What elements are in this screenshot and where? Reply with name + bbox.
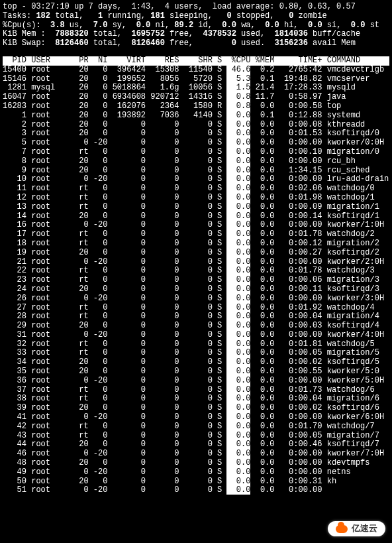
table-row[interactable]: 48 root 20 0 0 0 0 S 0.0 0.0 0:00.00 kde… [3, 459, 389, 468]
table-row[interactable]: 14 root 20 0 0 0 0 S 0.0 0.0 0:00.14 kso… [3, 212, 389, 221]
row-left: 50 root 20 0 0 0 0 S [3, 477, 226, 486]
row-right: 0.1 0:12.88 systemd [250, 111, 360, 120]
row-cpu: 0.0 [226, 357, 250, 367]
row-left: 43 root rt 0 0 0 0 S [3, 431, 226, 440]
row-cpu: 0.0 [226, 458, 250, 467]
table-row[interactable]: 32 root rt 0 0 0 0 S 0.0 0.0 0:01.81 wat… [3, 340, 389, 349]
table-row[interactable]: 31 root 0 -20 0 0 0 S 0.0 0.0 0:00.00 kw… [3, 331, 389, 340]
row-cpu: 0.0 [226, 339, 250, 349]
table-row[interactable]: 5 root 0 -20 0 0 0 S 0.0 0.0 0:00.00 kwo… [3, 139, 389, 148]
row-left: 16 root 0 -20 0 0 0 S [3, 220, 226, 229]
row-left: 19 root 20 0 0 0 0 S [3, 248, 226, 257]
table-row[interactable]: 36 root 0 -20 0 0 0 S 0.0 0.0 0:00.00 kw… [3, 377, 389, 386]
table-row[interactable]: 21 root 0 -20 0 0 0 S 0.0 0.0 0:00.00 kw… [3, 258, 389, 267]
row-cpu: 0.0 [226, 376, 250, 385]
row-left: 33 root rt 0 0 0 0 S [3, 348, 226, 357]
row-left: 35 root 20 0 0 0 0 S [3, 367, 226, 376]
table-row[interactable]: 13 root rt 0 0 0 0 S 0.0 0.0 0:00.09 mig… [3, 203, 389, 212]
row-left: 17 root rt 0 0 0 0 S [3, 229, 226, 239]
table-row[interactable]: 1 root 20 0 193892 7036 4140 S 0.0 0.1 0… [3, 111, 389, 121]
row-right: 0.0 0:00.02 ksoftirqd/6 [250, 403, 379, 412]
table-row[interactable]: 15400 root 20 0 396424 15308 11540 S 46.… [3, 66, 389, 75]
table-row[interactable]: 15146 root 20 0 199652 8056 5720 S 5.3 0… [3, 75, 389, 84]
table-row[interactable]: 41 root 0 -20 0 0 0 S 0.0 0.0 0:00.00 kw… [3, 413, 389, 422]
table-row[interactable]: 16283 root 20 0 162076 2364 1580 R 0.8 0… [3, 102, 389, 111]
row-cpu: 0.0 [226, 174, 250, 184]
row-left: 32 root rt 0 0 0 0 S [3, 339, 226, 349]
table-row[interactable]: 16047 root 20 0 6934608 920712 14316 S 0… [3, 93, 389, 102]
row-cpu: 0.0 [226, 248, 250, 257]
table-row[interactable]: 39 root 20 0 0 0 0 S 0.0 0.0 0:00.02 kso… [3, 404, 389, 413]
cloud-icon [336, 525, 348, 533]
row-right: 0.0 0:00.00 kworker/2:0H [250, 257, 384, 267]
row-right: 0.0 0:00.27 ksoftirqd/2 [250, 248, 379, 257]
table-row[interactable]: 17 root rt 0 0 0 0 S 0.0 0.0 0:01.78 wat… [3, 230, 389, 239]
row-cpu: 0.0 [226, 166, 250, 175]
table-row[interactable]: 22 root rt 0 0 0 0 S 0.0 0.0 0:01.78 wat… [3, 267, 389, 276]
row-cpu: 0.0 [226, 147, 250, 156]
table-row[interactable]: 12 root rt 0 0 0 0 S 0.0 0.0 0:01.98 wat… [3, 194, 389, 203]
row-cpu: 0.0 [226, 440, 250, 449]
table-row[interactable]: 46 root 0 -20 0 0 0 S 0.0 0.0 0:00.00 kw… [3, 450, 389, 459]
row-cpu: 0.0 [226, 467, 250, 477]
row-right: 0.0 0:00.00 kdevtmpfs [250, 458, 369, 467]
row-cpu: 0.0 [226, 239, 250, 248]
row-left: 26 root 0 -20 0 0 0 S [3, 294, 226, 303]
row-left: 22 root rt 0 0 0 0 S [3, 266, 226, 275]
table-row[interactable]: 23 root rt 0 0 0 0 S 0.0 0.0 0:00.06 mig… [3, 276, 389, 285]
table-row[interactable]: 29 root 20 0 0 0 0 S 0.0 0.0 0:00.03 kso… [3, 322, 389, 331]
row-left: 31 root 0 -20 0 0 0 S [3, 330, 226, 339]
table-row[interactable]: 8 root 20 0 0 0 0 S 0.0 0.0 0:00.00 rcu_… [3, 157, 389, 166]
table-row[interactable]: 33 root rt 0 0 0 0 S 0.0 0.0 0:00.05 mig… [3, 349, 389, 358]
table-row[interactable]: 3 root 20 0 0 0 0 S 0.0 0.0 0:01.53 ksof… [3, 129, 389, 139]
table-row[interactable]: 50 root 20 0 0 0 0 S 0.0 0.0 0:00.31 kh [3, 477, 389, 487]
table-row[interactable]: 44 root 20 0 0 0 0 S 0.0 0.0 0:00.46 kso… [3, 440, 389, 450]
row-left: 16047 root 20 0 6934608 920712 14316 S [3, 92, 226, 101]
table-row[interactable]: 10 root 0 -20 0 0 0 S 0.0 0.0 0:00.00 lr… [3, 175, 389, 184]
table-row[interactable]: 26 root 0 -20 0 0 0 S 0.0 0.0 0:00.00 kw… [3, 294, 389, 304]
row-cpu: 0.0 [226, 229, 250, 239]
row-left: 28 root rt 0 0 0 0 S [3, 312, 226, 321]
row-right: 21.4 17:28.33 mysqld [250, 83, 355, 92]
row-cpu: 0.0 [226, 184, 250, 193]
process-table-header[interactable]: PID USER PR NI VIRT RES SHR S %CPU %MEM … [3, 56, 389, 66]
row-left: 48 root 20 0 0 0 0 S [3, 458, 226, 467]
table-row[interactable]: 2 root 20 0 0 0 0 S 0.0 0.0 0:00.08 kthr… [3, 121, 389, 130]
summary-tasks: Tasks: 182 total, 1 running, 181 sleepin… [3, 12, 389, 21]
table-row[interactable]: 19 root 20 0 0 0 0 S 0.0 0.0 0:00.27 kso… [3, 249, 389, 258]
table-row[interactable]: 1281 mysql 20 0 5018864 1.6g 10056 S 1.5… [3, 84, 389, 93]
table-row[interactable]: 11 root rt 0 0 0 0 S 0.0 0.0 0:02.06 wat… [3, 184, 389, 194]
table-row[interactable]: 9 root 20 0 0 0 0 S 0.0 0.0 1:34.15 rcu_… [3, 166, 389, 176]
table-row[interactable]: 38 root rt 0 0 0 0 S 0.0 0.0 0:00.04 mig… [3, 394, 389, 404]
table-row[interactable]: 42 root rt 0 0 0 0 S 0.0 0.0 0:01.70 wat… [3, 422, 389, 432]
row-left: 9 root 20 0 0 0 0 S [3, 166, 226, 175]
table-row[interactable]: 34 root 20 0 0 0 0 S 0.0 0.0 0:00.02 kso… [3, 358, 389, 367]
table-row[interactable]: 49 root 0 -20 0 0 0 S 0.0 0.0 0:00.00 ne… [3, 468, 389, 477]
row-right: 0.0 0:01.78 watchdog/3 [250, 266, 374, 275]
row-left: 23 root rt 0 0 0 0 S [3, 275, 226, 284]
summary-uptime: top - 03:27:10 up 7 days, 1:43, 4 users,… [3, 3, 389, 12]
row-cpu: 0.0 [226, 202, 250, 211]
table-row[interactable]: 24 root 20 0 0 0 0 S 0.0 0.0 0:00.11 kso… [3, 285, 389, 294]
row-cpu: 46.6 [226, 65, 250, 74]
row-cpu: 0.0 [226, 422, 250, 431]
row-cpu: 0.0 [226, 220, 250, 229]
row-right: 0.0 0:00.00 lru-add-drain [250, 174, 389, 184]
row-cpu: 0.0 [226, 111, 250, 120]
row-cpu: 0.0 [226, 266, 250, 275]
row-cpu: 0.0 [226, 120, 250, 129]
table-row[interactable]: 27 root rt 0 0 0 0 S 0.0 0.0 0:01.92 wat… [3, 304, 389, 313]
row-cpu: 0.0 [226, 138, 250, 147]
row-right: 0.0 0:00.00 kworker/5:0H [250, 376, 384, 385]
table-row[interactable]: 35 root 20 0 0 0 0 S 0.0 0.0 0:00.55 kwo… [3, 367, 389, 377]
table-row[interactable]: 28 root rt 0 0 0 0 S 0.0 0.0 0:00.04 mig… [3, 312, 389, 322]
table-row[interactable]: 51 root 0 -20 0 0 0 S 0.0 0.0 0:00.00 [3, 486, 389, 495]
table-row[interactable]: 16 root 0 -20 0 0 0 S 0.0 0.0 0:00.00 kw… [3, 221, 389, 230]
table-row[interactable]: 7 root rt 0 0 0 0 S 0.0 0.0 0:00.10 migr… [3, 148, 389, 157]
table-row[interactable]: 18 root rt 0 0 0 0 S 0.0 0.0 0:00.12 mig… [3, 239, 389, 249]
row-right: 0.0 0:01.81 watchdog/5 [250, 339, 374, 349]
row-right: 0.0 0:00.00 rcu_bh [250, 156, 355, 166]
table-row[interactable]: 43 root rt 0 0 0 0 S 0.0 0.0 0:00.05 mig… [3, 432, 389, 441]
row-right: 0.0 0:00.10 migration/0 [250, 147, 379, 156]
table-row[interactable]: 37 root rt 0 0 0 0 S 0.0 0.0 0:01.73 wat… [3, 386, 389, 395]
